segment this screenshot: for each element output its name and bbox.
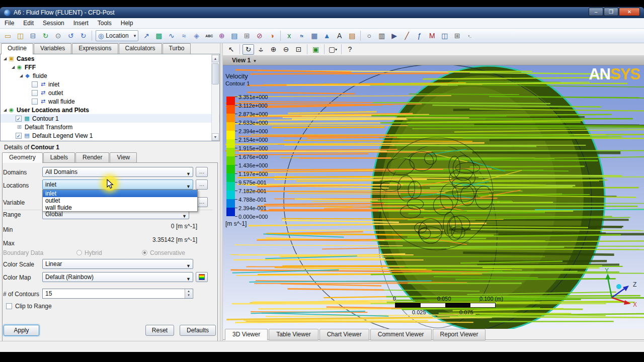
viewer-tab-3d-viewer[interactable]: 3D Viewer <box>225 329 268 340</box>
instance-transform-icon[interactable]: ⊞ <box>241 30 253 41</box>
dropdown-option-wall-fluide[interactable]: wall fluide <box>43 204 197 211</box>
visibility-checkbox[interactable]: ✓ <box>16 116 22 122</box>
tab-calculators[interactable]: Calculators <box>119 43 162 54</box>
tree-item-fff[interactable]: ◢◉FFF <box>1 63 219 71</box>
expander-icon[interactable]: ◢ <box>19 73 24 78</box>
color-map-combo[interactable]: Default (Rainbow)▼ <box>42 272 193 282</box>
menu-file[interactable]: File <box>0 18 19 28</box>
redo-icon[interactable]: ↻ <box>77 30 89 41</box>
clip-plane-icon[interactable]: ⊘ <box>254 30 265 41</box>
command-editor-icon[interactable]: ›_ <box>464 30 475 41</box>
details-tab-render[interactable]: Render <box>75 152 109 163</box>
save-state-icon[interactable]: ⊟ <box>27 30 39 41</box>
viewport-layout-icon[interactable]: ▢▾ <box>327 44 339 55</box>
contour-icon[interactable]: ▩ <box>153 30 165 41</box>
load-results-icon[interactable]: ◫ <box>15 30 26 41</box>
animation-icon[interactable]: ▥ <box>376 30 387 41</box>
volume-rendering-icon[interactable]: ◈ <box>191 30 202 41</box>
locations-more-button[interactable]: … <box>196 179 208 190</box>
viewer-tab-chart-viewer[interactable]: Chart Viewer <box>319 329 369 340</box>
tree-item-cases[interactable]: ◢▣Cases <box>1 54 219 63</box>
defaults-button[interactable]: Defaults <box>180 325 216 336</box>
conservative-radio[interactable] <box>142 250 147 255</box>
menu-help[interactable]: Help <box>116 18 138 28</box>
menu-tools[interactable]: Tools <box>93 18 116 28</box>
scroll-up-icon[interactable]: ▲ <box>212 55 219 62</box>
comment-icon[interactable]: A <box>334 30 345 41</box>
details-tab-labels[interactable]: Labels <box>43 152 75 163</box>
zoom-out-icon[interactable]: ⊖ <box>280 44 292 55</box>
3d-viewport[interactable]: ANSYS Velocity Contour 1 [m s^-1] 3.351e… <box>223 65 644 329</box>
tree-item-default-transform[interactable]: ⊞Default Transform <box>1 123 219 131</box>
tree-item-default-legend-view-1[interactable]: ✓▤Default Legend View 1 <box>1 131 219 140</box>
menu-edit[interactable]: Edit <box>19 18 38 28</box>
views-icon[interactable]: ⊞ <box>451 30 463 41</box>
color-map-editor-button[interactable] <box>196 272 208 282</box>
menu-session[interactable]: Session <box>38 18 69 28</box>
maximize-button[interactable]: ❐ <box>604 8 618 16</box>
zoom-in-icon[interactable]: ⊕ <box>268 44 279 55</box>
reset-button[interactable]: Reset <box>145 325 174 336</box>
details-tab-view[interactable]: View <box>110 152 137 163</box>
calculators-icon[interactable]: ƒ <box>414 30 425 41</box>
chart-icon[interactable]: ▲ <box>321 30 333 41</box>
tab-turbo[interactable]: Turbo <box>163 43 191 54</box>
tree-item-inlet[interactable]: ⇄inlet <box>1 80 219 88</box>
tab-variables[interactable]: Variables <box>34 43 71 54</box>
refresh-icon[interactable]: ↻ <box>40 30 51 41</box>
expression-icon[interactable]: x <box>283 30 295 41</box>
visibility-checkbox[interactable] <box>32 90 38 96</box>
expander-icon[interactable]: ◢ <box>3 108 8 112</box>
text-label-icon[interactable]: ABC <box>203 30 215 41</box>
expander-icon[interactable]: ◢ <box>11 65 16 69</box>
details-tab-geometry[interactable]: Geometry <box>2 152 43 163</box>
title-bar[interactable]: A6 : Fluid Flow (FLUENT) - CFD-Post – ❐ … <box>0 7 644 18</box>
rotate-icon[interactable]: ↻ <box>243 44 254 55</box>
spinner-buttons[interactable]: ▲▼ <box>185 289 192 298</box>
streamline-icon[interactable]: ∿ <box>166 30 177 41</box>
close-button[interactable]: ✕ <box>619 8 640 16</box>
undo-icon[interactable]: ↺ <box>65 30 76 41</box>
domains-more-button[interactable]: … <box>196 167 208 177</box>
expander-icon[interactable]: ◢ <box>3 56 8 61</box>
point-icon[interactable]: ⊕ <box>216 30 227 41</box>
table-icon[interactable]: ▦ <box>308 30 320 41</box>
viewer-tab-report-viewer[interactable]: Report Viewer <box>433 329 486 340</box>
quick-animation-icon[interactable]: ▶ <box>388 30 400 41</box>
viewer-tab-comment-viewer[interactable]: Comment Viewer <box>370 329 432 340</box>
tree-item-user-locations-and-plots[interactable]: ◢◉User Locations and Plots <box>1 106 219 114</box>
location-dropdown[interactable]: ◎Location▾ <box>96 30 138 41</box>
tab-expressions[interactable]: Expressions <box>72 43 118 54</box>
new-case-icon[interactable]: ▭ <box>2 30 14 41</box>
minimize-button[interactable]: – <box>589 8 603 16</box>
dropdown-option-inlet[interactable]: inlet <box>43 190 197 197</box>
visibility-checkbox[interactable] <box>32 99 38 105</box>
function-calculator-icon[interactable]: fx <box>296 30 307 41</box>
dropdown-option-outlet[interactable]: outlet <box>43 197 197 204</box>
report-icon[interactable]: ▤ <box>346 30 358 41</box>
domains-combo[interactable]: All Domains▼ <box>42 167 193 177</box>
zoom-area-icon[interactable]: ⊡ <box>293 44 304 55</box>
color-map-edit-icon[interactable]: ◑ <box>266 30 278 41</box>
contours-input[interactable]: 15 ▲▼ <box>42 289 193 299</box>
tree-item-wall-fluide[interactable]: ⇄wall fluide <box>1 97 219 106</box>
visibility-checkbox[interactable] <box>32 81 38 87</box>
probe-icon[interactable]: ╱ <box>401 30 413 41</box>
tree-item-contour-1[interactable]: ✓▩Contour 1 <box>1 114 219 123</box>
scrollbar-thumb[interactable] <box>212 63 219 84</box>
color-scale-combo[interactable]: Linear▼ <box>42 259 193 269</box>
isosurface-icon[interactable]: ≈ <box>178 30 190 41</box>
legend-icon[interactable]: ▤ <box>228 30 240 41</box>
tree-scrollbar[interactable]: ▲▼ <box>211 55 219 141</box>
tab-outline[interactable]: Outline <box>1 43 33 54</box>
menu-insert[interactable]: Insert <box>69 18 93 28</box>
tree-item-outlet[interactable]: ⇄outlet <box>1 88 219 97</box>
macro-calculator-icon[interactable]: M <box>426 30 438 41</box>
snapshot-icon[interactable]: ⊙ <box>52 30 64 41</box>
apply-button[interactable]: Apply <box>4 325 39 336</box>
pan-icon[interactable]: ↔↕ <box>255 44 267 55</box>
timestep-icon[interactable]: ○ <box>363 30 375 41</box>
clip-to-range-checkbox[interactable] <box>6 303 12 309</box>
viewer-help-icon[interactable]: ? <box>344 44 356 55</box>
scroll-down-icon[interactable]: ▼ <box>212 133 219 141</box>
